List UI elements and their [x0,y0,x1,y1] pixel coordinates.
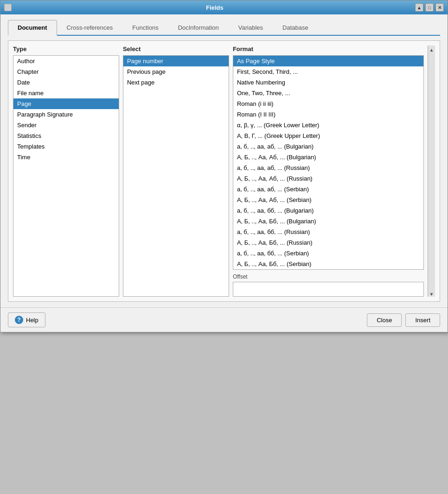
format-item-native-numbering[interactable]: Native Numbering [233,77,423,88]
format-item-serbian-lower-2[interactable]: а, б, .., аа, бб, ... (Serbian) [233,248,423,259]
scroll-indicator: ▲ ▼ [428,46,435,297]
insert-button[interactable]: Insert [405,313,440,327]
select-list[interactable]: Page number Previous page Next page [123,55,229,297]
content-area: Document Cross-references Functions DocI… [0,14,448,307]
minimize-button[interactable]: ▲ [415,3,423,12]
format-item-roman-upper[interactable]: Roman (I II III) [233,109,423,120]
format-item-roman-lower[interactable]: Roman (i ii iii) [233,98,423,109]
format-item-bulgarian-lower-2[interactable]: а, б, .., аа, бб, ... (Bulgarian) [233,205,423,216]
format-list[interactable]: As Page Style First, Second, Third, ... … [233,55,424,270]
offset-input[interactable] [233,282,424,297]
title-bar-left [4,4,14,11]
select-item-next-page[interactable]: Next page [123,77,229,88]
fields-dialog: Fields ▲ □ ✕ Document Cross-references F… [0,0,448,332]
type-list[interactable]: Author Chapter Date File name Page Parag… [13,55,119,297]
type-header: Type [13,46,119,52]
format-item-russian-upper-1[interactable]: А, Б, .., Аа, Аб, ... (Russian) [233,173,423,184]
format-item-greek-lower[interactable]: α, β, γ, ... (Greek Lower Letter) [233,120,423,130]
type-item-page[interactable]: Page [13,98,119,109]
format-item-one-two-three[interactable]: One, Two, Three, ... [233,88,423,98]
action-buttons: Close Insert [367,313,440,327]
tab-document[interactable]: Document [8,20,57,36]
format-item-serbian-lower-1[interactable]: а, б, .., аа, аб, ... (Serbian) [233,184,423,195]
title-bar: Fields ▲ □ ✕ [0,0,448,14]
close-button[interactable]: Close [367,313,402,327]
scroll-down-arrow[interactable]: ▼ [429,292,434,297]
restore-button[interactable]: □ [425,3,434,12]
close-button[interactable]: ✕ [435,3,444,12]
tab-functions[interactable]: Functions [122,20,168,35]
type-item-time[interactable]: Time [13,152,119,162]
type-item-statistics[interactable]: Statistics [13,130,119,141]
format-item-russian-lower-1[interactable]: а, б, .., аа, аб, ... (Russian) [233,162,423,173]
type-item-paragraph-signature[interactable]: Paragraph Signature [13,109,119,120]
offset-label: Offset [233,273,424,280]
format-item-serbian-upper-1[interactable]: А, Б, .., Аа, Аб, ... (Serbian) [233,195,423,205]
format-item-as-page-style[interactable]: As Page Style [233,56,423,66]
help-label: Help [26,317,38,324]
type-item-chapter[interactable]: Chapter [13,66,119,77]
tab-cross-references[interactable]: Cross-references [57,20,123,35]
type-item-author[interactable]: Author [13,56,119,66]
tab-variables[interactable]: Variables [229,20,273,35]
tab-bar: Document Cross-references Functions DocI… [8,20,440,36]
format-item-bulgarian-upper-1[interactable]: А, Б, .., Аа, Аб, ... (Bulgarian) [233,152,423,162]
select-item-previous-page[interactable]: Previous page [123,66,229,77]
help-icon: ? [15,316,23,324]
format-item-first-second-third[interactable]: First, Second, Third, ... [233,66,423,77]
type-item-templates[interactable]: Templates [13,141,119,152]
type-item-sender[interactable]: Sender [13,120,119,130]
bottom-bar: ? Help Close Insert [0,307,448,332]
window-icon [4,4,12,11]
format-item-serbian-upper-2[interactable]: А, Б, .., Аа, Бб, ... (Serbian) [233,259,423,269]
scroll-up-arrow[interactable]: ▲ [429,47,434,52]
select-column: Select Page number Previous page Next pa… [123,46,229,297]
window-title: Fields [14,4,415,11]
type-column: Type Author Chapter Date File name Page … [13,46,119,297]
tab-docinformation[interactable]: DocInformation [168,20,229,35]
tab-database[interactable]: Database [273,20,318,35]
select-item-page-number[interactable]: Page number [123,56,229,66]
select-header: Select [123,46,229,52]
format-item-bulgarian-upper-2[interactable]: А, Б, .., Аа, Бб, ... (Bulgarian) [233,216,423,227]
format-column: Format As Page Style First, Second, Thir… [233,46,424,297]
format-item-bulgarian-lower-1[interactable]: а, б, .., аа, аб, ... (Bulgarian) [233,141,423,152]
offset-area: Offset [233,273,424,297]
format-item-russian-lower-2[interactable]: а, б, .., аа, бб, ... (Russian) [233,227,423,237]
title-bar-controls: ▲ □ ✕ [415,3,444,12]
type-item-date[interactable]: Date [13,77,119,88]
format-item-russian-upper-2[interactable]: А, Б, .., Аа, Бб, ... (Russian) [233,237,423,248]
format-item-greek-upper[interactable]: Α, Β, Γ, ... (Greek Upper Letter) [233,130,423,141]
help-button[interactable]: ? Help [8,312,45,327]
format-header: Format [233,46,424,52]
type-item-filename[interactable]: File name [13,88,119,98]
